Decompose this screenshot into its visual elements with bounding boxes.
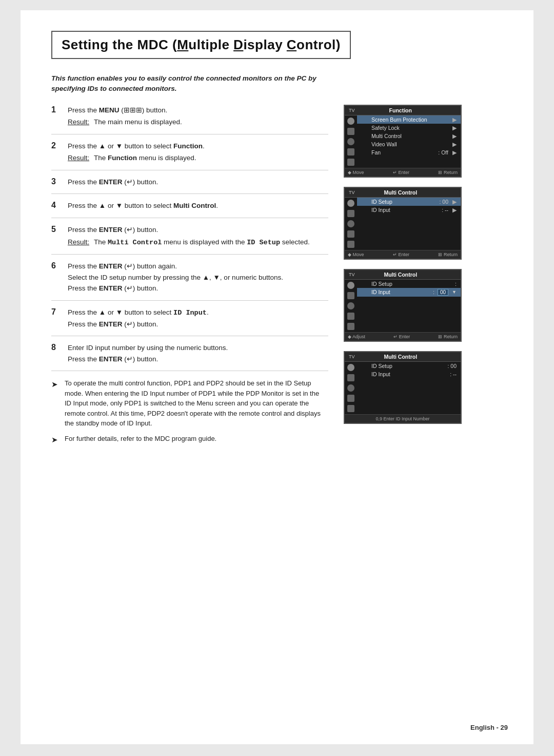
step-4-text: Press the ▲ or ▼ button to select Multi … <box>68 202 218 209</box>
tv-icon-5 <box>347 159 354 166</box>
tv-row-label-1-4: Video Wall <box>371 141 448 147</box>
tv-row-arrow-2-2: ▶ <box>452 207 457 213</box>
tv-row-arrow-1-5: ▶ <box>452 149 457 156</box>
step-7: 7 Press the ▲ or ▼ button to select ID I… <box>51 307 328 336</box>
tv-row-arrow-1-1: ▶ <box>452 117 457 123</box>
tv-footer-move-2: ◆ Move <box>348 252 364 257</box>
step-1-result: Result: The main menu is displayed. <box>68 117 328 128</box>
tv-icons-col-4 <box>345 362 357 414</box>
result-label-5: Result: <box>68 237 91 248</box>
tv-row-1-4: Video Wall ▶ <box>357 140 461 148</box>
tv-row-arrow-1-3: ▶ <box>452 133 457 139</box>
tv-icon-3-1 <box>347 282 354 289</box>
tv-val-box-3: 00 <box>438 289 448 296</box>
step-5: 5 Press the ENTER (↵) button. Result: Th… <box>51 224 328 255</box>
step-5-result: Result: The Multi Control menu is displa… <box>68 237 328 248</box>
step-number-7: 7 <box>51 307 61 329</box>
note-arrow-2: ➤ <box>51 434 60 446</box>
tv-content-1: Screen Burn Protection ▶ Safety Lock ▶ M… <box>345 115 461 168</box>
result-label-1: Result: <box>68 117 91 128</box>
tv-row-label-1-1: Screen Burn Protection <box>371 117 448 123</box>
tv-icon-2-4 <box>347 230 354 238</box>
tv-row-arrow-1-4: ▶ <box>452 141 457 147</box>
tv-row-label-3-1: ID Setup <box>371 281 453 287</box>
content-area: 1 Press the MENU (⊞⊞⊞) button. Result: T… <box>51 105 508 451</box>
tv-row-label-1-5: Fan <box>371 149 436 156</box>
tv-icons-col-1 <box>345 115 357 168</box>
tv-icon-3-3 <box>347 302 354 309</box>
tv-footer-return-1: ⊞ Return <box>438 170 458 175</box>
tv-rows-col-1: Screen Burn Protection ▶ Safety Lock ▶ M… <box>357 115 461 168</box>
tv-icons-col-3 <box>345 280 357 332</box>
tv-screen-title-1: Function <box>389 107 412 113</box>
tv-footer-adjust-3: ◆ Adjust <box>348 334 365 339</box>
step-2: 2 Press the ▲ or ▼ button to select Func… <box>51 141 328 170</box>
tv-header-4: TV Multi Control <box>345 352 461 362</box>
tv-footer-special-4: 0,9 Enter ID Input Number <box>375 416 429 421</box>
tv-row-value-1-5: : Off <box>438 149 448 156</box>
step-2-result: Result: The Function menu is displayed. <box>68 152 328 164</box>
tv-icon-2-2 <box>347 210 354 217</box>
step-6-line2: Select the ID setup number by pressing t… <box>68 272 328 283</box>
tv-screen-title-2: Multi Control <box>384 189 417 196</box>
tv-screen-1: TV Function Screen Burn Protection <box>344 105 462 178</box>
step-5-text: Press the ENTER (↵) button. <box>68 226 158 234</box>
tv-icon-2-5 <box>347 241 354 248</box>
tv-icon-4-5 <box>347 405 354 412</box>
note-2: ➤ For further details, refer to the MDC … <box>51 434 323 446</box>
tv-footer-enter-3: ↵ Enter <box>393 334 410 339</box>
tv-header-1: TV Function <box>345 106 461 115</box>
tv-row-arrow-2-1: ▶ <box>452 199 457 205</box>
note-2-text: For further details, refer to the MDC pr… <box>65 434 216 446</box>
steps-column: 1 Press the MENU (⊞⊞⊞) button. Result: T… <box>51 105 328 451</box>
tv-icon-2-1 <box>347 200 354 207</box>
tv-footer-1: ◆ Move ↵ Enter ⊞ Return <box>345 168 461 177</box>
tv-row-1-5: Fan : Off ▶ <box>357 148 461 157</box>
step-8: 8 Enter ID input number by using the num… <box>51 342 328 371</box>
tv-footer-enter-2: ↵ Enter <box>393 252 409 257</box>
step-number-5: 5 <box>51 224 61 248</box>
tv-row-label-3-2: ID Input <box>371 289 431 295</box>
result-label-2: Result: <box>68 152 91 164</box>
screens-column: TV Function Screen Burn Protection <box>344 105 472 451</box>
step-2-body: Press the ▲ or ▼ button to select Functi… <box>68 141 328 164</box>
tv-down-arrow-3: ▼ <box>452 289 457 295</box>
tv-icon-3-2 <box>347 292 354 299</box>
notes-section: ➤ To operate the multi control function,… <box>51 378 323 445</box>
tv-row-1-3: Multi Control ▶ <box>357 132 461 140</box>
tv-row-2-1: ID Setup : 00 ▶ <box>357 198 461 206</box>
step-7-line1: Press the ▲ or ▼ button to select ID Inp… <box>68 307 328 319</box>
tv-icon-2 <box>347 128 354 135</box>
tv-label-2: TV <box>349 190 355 195</box>
tv-label-1: TV <box>349 108 355 113</box>
step-7-body: Press the ▲ or ▼ button to select ID Inp… <box>68 307 328 329</box>
tv-icon-2-3 <box>347 220 354 227</box>
title-box: Setting the MDC (Multiple Display Contro… <box>51 31 351 59</box>
step-number-8: 8 <box>51 342 61 364</box>
tv-screen-title-3: Multi Control <box>384 272 417 278</box>
tv-rows-col-2: ID Setup : 00 ▶ ID Input : -- ▶ <box>357 198 461 250</box>
tv-icon-4-1 <box>347 364 354 371</box>
step-number-1: 1 <box>51 105 61 128</box>
step-3: 3 Press the ENTER (↵) button. <box>51 177 328 195</box>
tv-row-label-2-1: ID Setup <box>371 199 437 205</box>
tv-rows-col-3: ID Setup : ID Input : 00 ▼ <box>357 280 461 332</box>
step-8-body: Enter ID input number by using the numer… <box>68 342 328 364</box>
tv-label-4: TV <box>349 354 355 359</box>
note-arrow-1: ➤ <box>51 379 60 429</box>
tv-row-1-1: Screen Burn Protection ▶ <box>357 115 461 124</box>
tv-icon-3-5 <box>347 323 354 330</box>
footer-text: English - 29 <box>470 724 508 731</box>
tv-header-2: TV Multi Control <box>345 188 461 198</box>
step-5-body: Press the ENTER (↵) button. Result: The … <box>68 224 328 248</box>
tv-rows-col-4: ID Setup : 00 ID Input : -- <box>357 362 461 414</box>
tv-screen-4: TV Multi Control ID Setup <box>344 351 462 424</box>
tv-row-label-4-1: ID Setup <box>371 363 445 369</box>
tv-icon-1 <box>347 118 354 125</box>
tv-row-4-1: ID Setup : 00 <box>357 362 461 370</box>
tv-row-value-3-1: : <box>455 281 457 287</box>
tv-footer-2: ◆ Move ↵ Enter ⊞ Return <box>345 250 461 259</box>
step-2-text: Press the ▲ or ▼ button to select Functi… <box>68 142 205 150</box>
tv-row-label-1-3: Multi Control <box>371 133 448 139</box>
tv-icon-4-2 <box>347 374 354 381</box>
